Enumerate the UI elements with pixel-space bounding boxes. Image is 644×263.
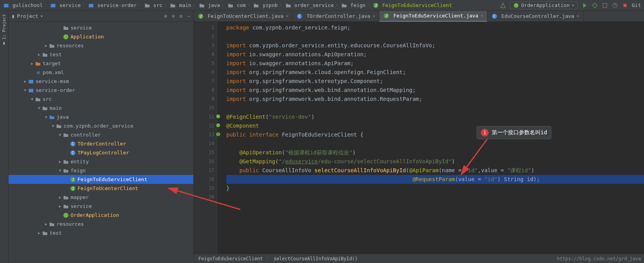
breadcrumb-item[interactable]: gulischool <box>3 2 43 9</box>
code-line[interactable]: @FeignClient("service-dev") <box>226 112 644 121</box>
breadcrumb-item[interactable]: selectCourseAllInfoVoApiById() <box>274 256 358 261</box>
tree-node[interactable]: ▶service-msm <box>9 77 193 86</box>
expand-icon[interactable]: ≑ <box>172 13 175 19</box>
tree-node[interactable]: CTPayLogController <box>9 148 193 157</box>
tree-node[interactable]: Application <box>9 32 193 41</box>
code-line[interactable] <box>226 104 644 112</box>
close-icon[interactable]: × <box>286 14 289 19</box>
breadcrumb-item[interactable]: main <box>170 2 191 9</box>
breadcrumb-item[interactable]: order_service <box>285 2 334 9</box>
tree-node[interactable]: ▶target <box>9 59 193 68</box>
tree-node[interactable]: ▶test <box>9 228 193 237</box>
run-icon[interactable] <box>582 2 588 9</box>
coverage-icon[interactable] <box>602 2 608 9</box>
breadcrumb-item[interactable]: service <box>50 2 81 9</box>
annotation-callout: 1 第一个接口参数名叫id <box>477 126 551 139</box>
code-line[interactable]: package com.yzpnb.order_service.feign; <box>226 23 644 32</box>
tree-arrow-icon[interactable]: ▶ <box>57 204 63 208</box>
tree-node[interactable]: ▼src <box>9 95 193 104</box>
code-line[interactable]: @RequestParam(value = "id") String id); <box>226 175 644 184</box>
breadcrumb-item[interactable]: service-order <box>88 2 137 9</box>
code-line[interactable]: import io.swagger.annotations.ApiOperati… <box>226 50 644 59</box>
debug-icon[interactable] <box>592 2 598 9</box>
tree-arrow-icon[interactable]: ▶ <box>57 195 63 199</box>
project-tree[interactable]: serviceApplication▶resources▶test▶target… <box>9 22 193 263</box>
line-number: 13I <box>194 130 214 139</box>
code-line[interactable]: } <box>226 184 644 193</box>
build-icon[interactable] <box>500 2 506 9</box>
code-line[interactable] <box>226 32 644 41</box>
run-config-dropdown[interactable]: OrderApplication ▼ <box>510 1 578 9</box>
code-line[interactable]: public interface FeignToEduServiceClient… <box>226 130 644 139</box>
tree-node[interactable]: ▼main <box>9 104 193 112</box>
tree-node[interactable]: ▼service-order <box>9 86 193 95</box>
editor-tab[interactable]: CTOrderController.java× <box>293 11 379 22</box>
code-line[interactable]: @GetMapping("/eduservice/edu-course/sele… <box>226 157 644 166</box>
tree-arrow-icon[interactable]: ▼ <box>57 168 63 173</box>
code-viewport[interactable]: 12345678910111213I14151617181920 package… <box>194 22 644 254</box>
locate-icon[interactable]: ⊕ <box>164 13 167 19</box>
code-line[interactable]: import org.springframework.stereotype.Co… <box>226 77 644 86</box>
tree-node[interactable]: OrderApplication <box>9 211 193 220</box>
tree-arrow-icon[interactable]: ▼ <box>43 115 49 119</box>
code-line[interactable]: import org.springframework.cloud.openfei… <box>226 68 644 77</box>
code-content[interactable]: package com.yzpnb.order_service.feign; i… <box>217 22 644 254</box>
code-line[interactable]: @ApiOperation("根据课程id获取课程信息") <box>226 148 644 157</box>
tree-node[interactable]: ▼com.yzpnb.order_service <box>9 121 193 130</box>
close-icon[interactable]: × <box>577 14 579 19</box>
project-tool-tab[interactable]: ▮ 1: Project <box>0 11 8 49</box>
breadcrumb-item[interactable]: FeignToEduServiceClient <box>198 256 263 261</box>
code-line[interactable]: @Component <box>226 121 644 130</box>
tree-arrow-icon[interactable]: ▼ <box>57 133 63 137</box>
breadcrumb-item[interactable]: com <box>227 2 246 9</box>
code-line[interactable]: import org.springframework.web.bind.anno… <box>226 95 644 104</box>
code-line[interactable]: public CourseAllInfoVo selectCourseAllIn… <box>226 166 644 175</box>
code-line[interactable]: import io.swagger.annotations.ApiParam; <box>226 59 644 68</box>
tree-arrow-icon[interactable]: ▶ <box>43 43 49 48</box>
gear-icon[interactable]: ⚙ <box>179 13 183 19</box>
editor-tab[interactable]: CEduCourseController.java× <box>487 11 583 22</box>
profiler-icon[interactable] <box>612 2 618 9</box>
code-line[interactable] <box>226 193 644 202</box>
tree-node[interactable]: ▶mapper <box>9 193 193 202</box>
code-line[interactable] <box>226 139 644 148</box>
close-icon[interactable]: × <box>480 13 483 18</box>
tree-node[interactable]: IFeignToEduServiceClient <box>9 175 193 184</box>
tree-node[interactable]: ▼java <box>9 112 193 121</box>
tree-node[interactable]: ▼feign <box>9 166 193 175</box>
tree-arrow-icon[interactable]: ▼ <box>22 88 28 92</box>
tree-node[interactable]: ▶entity <box>9 157 193 166</box>
tree-node[interactable]: CTOrderController <box>9 139 193 148</box>
tree-arrow-icon[interactable]: ▼ <box>50 124 56 128</box>
tree-node[interactable]: ▶test <box>9 50 193 59</box>
tree-node[interactable]: ▶service <box>9 202 193 211</box>
class-icon: C <box>491 13 498 19</box>
tree-node[interactable]: ▶resources <box>9 41 193 50</box>
breadcrumb-item[interactable]: src <box>144 2 162 9</box>
tree-arrow-icon[interactable]: ▶ <box>43 222 49 226</box>
tree-node[interactable]: service <box>9 23 193 32</box>
editor-tab[interactable]: IFeignToEduServiceClient.java× <box>379 11 487 22</box>
breadcrumb-item[interactable]: feign <box>341 2 365 9</box>
tree-node[interactable]: mpom.xml <box>9 68 193 77</box>
tree-arrow-icon[interactable]: ▶ <box>57 159 63 164</box>
breadcrumb-item[interactable]: yzpnb <box>253 2 277 9</box>
tree-arrow-icon[interactable]: ▶ <box>22 79 28 83</box>
close-icon[interactable]: × <box>373 14 375 19</box>
breadcrumb-item[interactable]: java <box>199 2 220 9</box>
tree-node[interactable]: ▼controller <box>9 130 193 139</box>
tree-arrow-icon[interactable]: ▶ <box>29 61 35 66</box>
code-line[interactable]: import org.springframework.web.bind.anno… <box>226 86 644 95</box>
stop-icon[interactable] <box>622 2 628 9</box>
tree-node[interactable]: ▶resources <box>9 220 193 228</box>
tree-node[interactable]: IFeignToUcenterClient <box>9 184 193 193</box>
code-line[interactable]: import com.yzpnb.order_service.entity.ed… <box>226 41 644 50</box>
tree-arrow-icon[interactable]: ▶ <box>36 231 42 235</box>
hide-icon[interactable]: — <box>187 13 190 19</box>
tree-arrow-icon[interactable]: ▼ <box>36 106 42 110</box>
tree-arrow-icon[interactable]: ▶ <box>36 52 42 57</box>
breadcrumb-item[interactable]: IFeignToEduServiceClient <box>373 2 452 9</box>
tree-arrow-icon[interactable]: ▼ <box>29 97 35 101</box>
editor-tab[interactable]: IFeignToUcenterClient.java× <box>194 11 293 22</box>
chevron-down-icon[interactable]: ▼ <box>41 14 43 18</box>
